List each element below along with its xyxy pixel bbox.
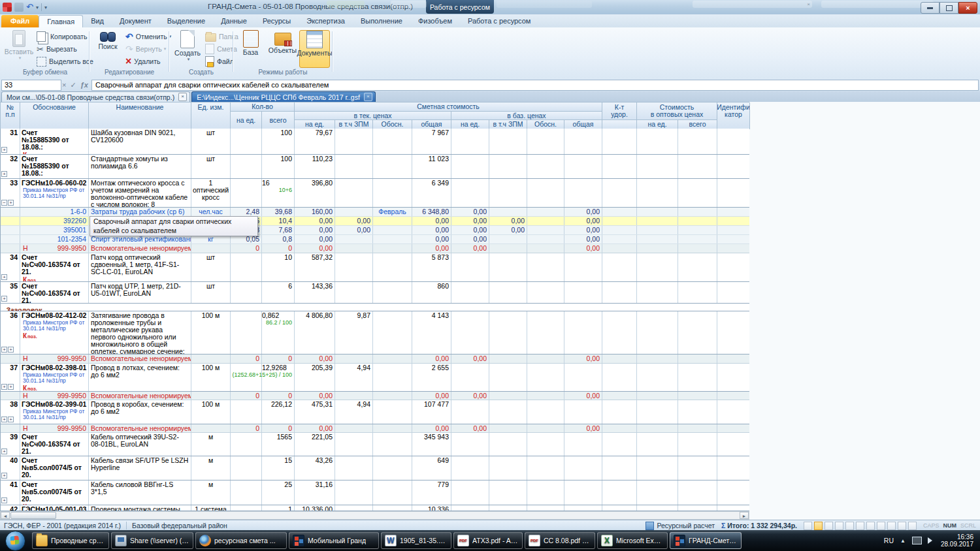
cell-baz-per[interactable] [451, 253, 489, 281]
cell-baz-zpm[interactable] [489, 354, 527, 363]
cell-baz-osn[interactable] [527, 364, 564, 391]
tray-expand-icon[interactable]: ▲ [900, 538, 906, 544]
cell-baz-per[interactable]: 0,00 [451, 235, 489, 244]
cell-name[interactable]: Вспомогательные ненормируемые... [89, 244, 191, 253]
cell-opt-total[interactable] [678, 311, 717, 354]
function-icon[interactable]: ƒx [80, 81, 88, 89]
cell-ident[interactable] [717, 244, 749, 253]
cell-qty-total[interactable]: 0 [262, 244, 295, 253]
cell-cur-total[interactable]: 345 943 [412, 433, 451, 456]
estimate-row[interactable]: Н999-9950Вспомогательные ненормируемые..… [1, 392, 749, 400]
cell-kt[interactable] [602, 179, 637, 207]
cell-kt[interactable] [602, 424, 637, 432]
cell-kt[interactable] [602, 456, 637, 480]
cell-baz-total[interactable] [564, 456, 602, 480]
document-tab-2[interactable]: E:\Индекс...\Ценник РЦЦС СПб Февраль 201… [191, 91, 376, 102]
cell-cur-per[interactable]: 475,31 [295, 400, 335, 424]
cell-opt-total[interactable] [678, 217, 717, 225]
cell-num[interactable] [1, 354, 20, 363]
cell-unit[interactable]: м [191, 480, 231, 505]
cell-cur-per[interactable]: 0,00 [295, 392, 335, 400]
estimate-row-39[interactable]: 39+Счет№Сч00-163574 от 21.К поз.Кабель о… [1, 433, 749, 456]
estimate-row-42[interactable]: 42ГЭСНм10-05-001-03Проверка монтажа сист… [1, 505, 749, 511]
cell-baz-osn[interactable] [527, 456, 564, 480]
cell-cur-osn[interactable] [373, 364, 412, 391]
cell-cur-zpm[interactable]: 4,94 [335, 400, 373, 424]
cell-name[interactable]: Кабель силовой ВВГнг-LS 3*1,5 [89, 480, 191, 505]
cell-cur-total[interactable]: 779 [412, 480, 451, 505]
cell-kt[interactable] [602, 354, 637, 363]
cell-opt-total[interactable] [678, 505, 717, 511]
expand-collapse-icons[interactable]: + [1, 473, 7, 479]
cell-num[interactable]: 35+ [1, 282, 20, 303]
cell-unit[interactable]: 100 м [191, 400, 231, 424]
cell-baz-total[interactable] [564, 364, 602, 391]
cell-opt-per[interactable] [637, 282, 678, 303]
cell-unit[interactable]: м [191, 433, 231, 456]
cell-opt-per[interactable] [637, 208, 678, 216]
cell-num[interactable] [1, 217, 20, 225]
cell-unit[interactable]: 1 оптический кросс [191, 179, 231, 207]
cell-baz-per[interactable] [451, 364, 489, 391]
cell-cur-osn[interactable] [373, 129, 412, 154]
expand-icon[interactable]: + [1, 449, 7, 454]
cell-cur-zpm[interactable] [335, 208, 373, 216]
cell-opt-per[interactable] [637, 129, 678, 154]
status-toolbar-icon[interactable] [856, 522, 864, 530]
cell-qty-total[interactable]: 0,8 [262, 235, 295, 244]
cell-name[interactable]: Вспомогательные ненормируемые... [89, 392, 191, 400]
cell-baz-osn[interactable] [527, 253, 564, 281]
menu-tab-6[interactable]: Данные [213, 15, 255, 27]
cell-baz-per[interactable]: 0,00 [451, 392, 489, 400]
language-indicator[interactable]: RU [884, 537, 894, 544]
cell-osn[interactable]: Н999-9950 [20, 424, 89, 432]
collapse-icon[interactable]: − [1, 200, 7, 206]
cell-qty-total[interactable]: 25 [262, 480, 295, 505]
scroll-right-icon[interactable]: ► [740, 512, 749, 519]
cell-osn[interactable]: ГЭСНм08-02-412-02Приказ Минстроя РФ от 3… [20, 311, 89, 354]
cell-qty-per[interactable] [231, 433, 262, 456]
cell-cur-zpm[interactable] [335, 392, 373, 400]
cell-ident[interactable] [717, 433, 749, 456]
cell-name[interactable]: Вспомогательные ненормируемые... [89, 424, 191, 432]
cell-kt[interactable] [602, 364, 637, 391]
estimate-row-33[interactable]: 33−+ГЭСНм10-06-060-02Приказ Минстроя РФ … [1, 179, 749, 208]
cell-cur-osn[interactable] [373, 155, 412, 178]
cell-baz-osn[interactable] [527, 505, 564, 511]
cell-cur-per[interactable]: 4 806,80 [295, 311, 335, 354]
expand-icon[interactable]: + [8, 200, 14, 206]
cell-opt-per[interactable] [637, 155, 678, 178]
cell-kt[interactable] [602, 235, 637, 244]
cell-qty-per[interactable] [231, 456, 262, 480]
formula-input[interactable]: Сварочный аппарат для сварки оптических … [91, 80, 979, 91]
cell-ident[interactable] [717, 480, 749, 505]
cell-qty-per[interactable] [231, 480, 262, 505]
cell-unit[interactable]: чел.час [191, 208, 231, 216]
cell-qty-total[interactable]: 15 [262, 456, 295, 480]
cell-opt-total[interactable] [678, 364, 717, 391]
menu-tab-9[interactable]: Выполнение [353, 15, 410, 27]
cell-baz-total[interactable] [564, 253, 602, 281]
cell-opt-per[interactable] [637, 253, 678, 281]
network-icon[interactable] [912, 537, 922, 544]
cell-cur-total[interactable]: 11 023 [412, 155, 451, 178]
close-button[interactable]: × [958, 2, 977, 14]
cell-name[interactable]: Вспомогательные ненормируемые... [89, 354, 191, 363]
cell-baz-zpm[interactable] [489, 392, 527, 400]
cell-unit[interactable] [191, 244, 231, 253]
cell-unit[interactable]: 1 система [191, 505, 231, 511]
cell-cur-zpm[interactable] [335, 424, 373, 432]
cell-ident[interactable] [717, 505, 749, 511]
cell-kt[interactable] [602, 253, 637, 281]
cell-baz-per[interactable] [451, 505, 489, 511]
cell-opt-per[interactable] [637, 311, 678, 354]
cell-qty-per[interactable] [231, 179, 262, 207]
cell-unit[interactable]: 100 м [191, 311, 231, 354]
cell-cur-zpm[interactable] [335, 282, 373, 303]
qat-customize-icon[interactable]: ▾ [44, 5, 47, 10]
close-tab-icon[interactable]: × [178, 93, 187, 101]
cell-baz-per[interactable] [451, 179, 489, 207]
expand-collapse-icons[interactable]: ++ [1, 417, 14, 422]
cell-baz-total[interactable]: 0,00 [564, 424, 602, 432]
cell-cur-osn[interactable] [373, 282, 412, 303]
